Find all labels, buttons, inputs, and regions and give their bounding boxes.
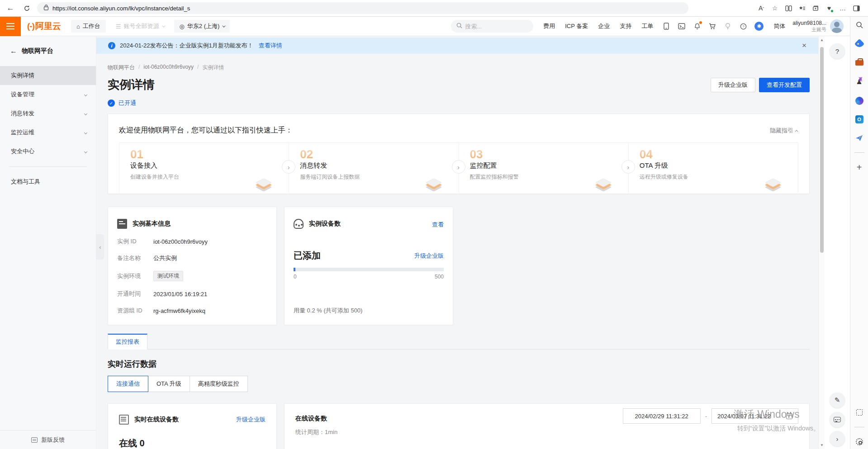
back-icon[interactable]: ← [5, 2, 16, 14]
date-range-dash: - [705, 413, 707, 420]
console-topbar: (-) 阿里云 ⌂ 工作台 ☰ 账号全部资源 ◎ 华东2 (上海) 费用 ICP… [0, 17, 850, 36]
tab-monitor-report[interactable]: 监控报表 [108, 334, 147, 350]
sidebar-copilot-icon[interactable] [855, 96, 864, 105]
page-scrollbar[interactable]: ▲ ▼ [818, 36, 825, 449]
sidebar-back[interactable]: ← 物联网平台 [0, 36, 96, 60]
sidebar-item-message-forwarding[interactable]: 消息转发 [0, 104, 96, 123]
sidebar-shopping-tag-icon[interactable] [855, 39, 864, 48]
browser-essentials-icon[interactable]: ♥ [824, 2, 835, 14]
sidebar-drop-icon[interactable] [855, 133, 864, 142]
box-3d-icon [766, 177, 780, 190]
sidebar-settings-gear-icon[interactable] [855, 437, 864, 446]
usage-text: 用量 0.2 % (共可添加 500) [294, 307, 362, 315]
info-row-activation-time: 开通时间 2023/01/05 16:19:21 [117, 290, 267, 298]
filter-connection-comm[interactable]: 连接通信 [108, 376, 148, 392]
aliyun-logo[interactable]: (-) 阿里云 [27, 20, 61, 32]
announcement-link[interactable]: 查看详情 [259, 42, 282, 50]
upgrade-enterprise-link[interactable]: 升级企业版 [236, 416, 266, 424]
url-bar[interactable]: https://iot.console.aliyun.com/lk/vpc/in… [37, 2, 688, 14]
topbar-link-billing[interactable]: 费用 [543, 22, 555, 30]
instance-basic-info-card: 实例基本信息 实例 ID iot-06z00c0h9r6voyy 备注名称 公共… [108, 207, 277, 325]
sidebar-item-monitoring-ops[interactable]: 监控运维 [0, 123, 96, 142]
topbar-link-support[interactable]: 支持 [620, 22, 631, 30]
favorites-bar-icon[interactable] [797, 2, 807, 14]
help-icon[interactable]: ? [739, 22, 747, 30]
basic-info-title: 实例基本信息 [133, 220, 171, 228]
global-search[interactable] [451, 20, 533, 33]
lightbulb-icon[interactable] [724, 22, 732, 30]
read-aloud-icon[interactable]: A” [756, 2, 767, 14]
topbar-link-tickets[interactable]: 工单 [641, 22, 653, 30]
guide-step-monitoring-config[interactable]: 03 监控配置 配置监控指标和报警 › [459, 143, 628, 193]
box-3d-icon [427, 177, 441, 190]
date-end-input[interactable]: 2024/03/07 11:31:22 [711, 408, 798, 424]
account-resources-dropdown[interactable]: ☰ 账号全部资源 [116, 22, 164, 30]
guide-step-device-access[interactable]: 01 设备接入 创建设备并接入平台 › [119, 143, 289, 193]
resources-icon: ☰ [116, 23, 121, 30]
region-pin-icon: ◎ [180, 23, 185, 30]
account-info[interactable]: aliyun98108... 主账号 [792, 20, 826, 33]
filter-high-precision[interactable]: 高精度秒级监控 [190, 376, 248, 392]
cloudshell-icon[interactable] [678, 22, 686, 30]
quickstart-guide-card: 欢迎使用物联网平台，您可以通过以下指引快速上手： 隐藏指引 01 设备接入 创建… [108, 113, 810, 194]
help-float-button[interactable]: ? [830, 43, 845, 59]
info-row-instance-id: 实例 ID iot-06z00c0h9r6voyy [117, 237, 267, 246]
sidebar-outlook-icon[interactable]: O [855, 115, 863, 123]
sidebar-collapse-handle[interactable]: ‹ [96, 234, 104, 260]
scroll-down-arrow[interactable]: ▼ [819, 443, 825, 447]
status-badge: 已开通 [119, 99, 136, 107]
refresh-icon[interactable] [21, 2, 33, 14]
online-count-partial: 在线 0 [119, 437, 266, 449]
sidebar-item-security-center[interactable]: 安全中心 [0, 142, 96, 161]
topbar-link-icp[interactable]: ICP 备案 [565, 22, 588, 30]
device-network-icon [294, 219, 304, 229]
sidebar-tools-icon[interactable] [855, 58, 864, 67]
sidebar-item-docs-tools[interactable]: 文档与工具 [0, 172, 96, 191]
split-screen-icon[interactable] [783, 2, 794, 14]
sidebar-item-instance-detail[interactable]: 实例详情 [0, 66, 96, 85]
breadcrumb-root[interactable]: 物联网平台 [108, 64, 135, 71]
favorite-star-icon[interactable]: ☆ [769, 2, 780, 14]
notifications-bell-icon[interactable] [693, 22, 701, 30]
guide-step-ota-upgrade[interactable]: 04 OTA 升级 远程升级或修复设备 [628, 143, 798, 193]
sidebar-item-device-management[interactable]: 设备管理 [0, 85, 96, 104]
search-icon [456, 22, 462, 30]
scrollbar-thumb[interactable] [820, 47, 824, 253]
sidebar-search-icon[interactable] [855, 20, 864, 29]
sidebar-screenshot-icon[interactable] [855, 408, 864, 417]
more-menu-icon[interactable]: … [837, 2, 848, 14]
community-icon[interactable]: ✱ [754, 22, 764, 31]
region-selector[interactable]: ◎ 华东2 (上海) [174, 20, 230, 33]
filter-ota-upgrade[interactable]: OTA 升级 [148, 376, 190, 392]
guide-step-message-forwarding[interactable]: 02 消息转发 服务端订阅设备上报数据 › [289, 143, 458, 193]
workbench-button[interactable]: ⌂ 工作台 [71, 20, 106, 33]
search-input[interactable] [465, 23, 519, 30]
collapse-rail-button[interactable]: › [830, 431, 845, 446]
view-devices-link[interactable]: 查看 [432, 221, 444, 229]
upgrade-enterprise-button[interactable]: 升级企业版 [711, 78, 755, 92]
upgrade-enterprise-link[interactable]: 升级企业版 [414, 252, 444, 260]
chevron-down-icon [84, 93, 87, 96]
banner-close-icon[interactable]: × [802, 41, 806, 50]
edge-sidebar: ♟♜ O + [850, 17, 868, 449]
date-start-input[interactable]: 2024/02/29 11:31:22 [623, 408, 701, 424]
sidebar-toggle-icon[interactable] [851, 2, 862, 14]
breadcrumb-instance[interactable]: iot-06z00c0h9r6voyy [143, 64, 194, 71]
collections-icon[interactable] [810, 2, 821, 14]
hide-guide-button[interactable]: 隐藏指引 [770, 127, 798, 135]
edit-float-button[interactable]: ✎ [830, 392, 845, 408]
scroll-up-arrow[interactable]: ▲ [819, 38, 825, 42]
topbar-link-enterprise[interactable]: 企业 [598, 22, 610, 30]
sidebar-games-icon[interactable]: ♟♜ [855, 77, 864, 86]
view-dev-config-button[interactable]: 查看开发配置 [759, 78, 810, 92]
sidebar-add-icon[interactable]: + [855, 163, 864, 172]
tab-bar: 监控报表 [108, 334, 810, 350]
feedback-button[interactable]: 新版反馈 [0, 430, 96, 449]
product-menu-button[interactable] [0, 17, 21, 36]
mobile-app-icon[interactable] [662, 22, 670, 30]
chat-float-button[interactable] [830, 412, 845, 427]
avatar[interactable] [830, 19, 844, 33]
cart-icon[interactable] [708, 22, 716, 30]
language-switch[interactable]: 简体 [773, 22, 785, 30]
sidebar-divider-bottom [854, 427, 864, 427]
